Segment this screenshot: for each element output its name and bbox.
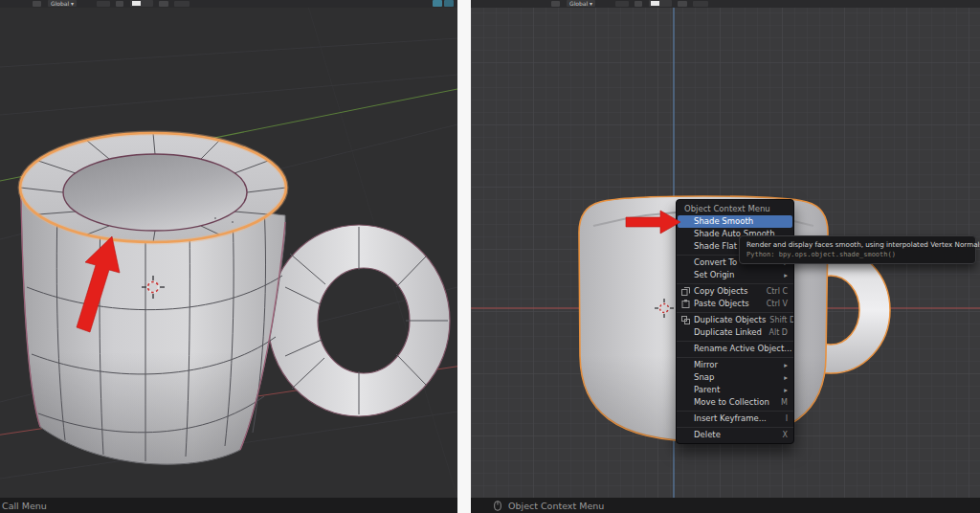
proportional-edit-dropdown[interactable]	[649, 0, 672, 7]
left-3d-scene[interactable]	[0, 0, 457, 498]
menu-item-set-origin[interactable]: Set Origin ▸	[677, 269, 793, 281]
orientation-label: Global	[569, 0, 588, 7]
header-icon-b[interactable]	[174, 1, 189, 7]
menu-separator	[677, 357, 793, 358]
transform-gizmo-icon[interactable]	[551, 1, 560, 7]
transform-gizmo-icon[interactable]	[33, 1, 41, 7]
submenu-arrow-icon: ▸	[780, 384, 788, 396]
right-viewport-header: Global ▾	[471, 0, 980, 8]
menu-item-move-to-collection[interactable]: Move to Collection M	[677, 396, 793, 409]
menu-item-rename-active-object[interactable]: Rename Active Object... F2	[677, 343, 793, 355]
snap-magnet-icon[interactable]	[116, 1, 123, 7]
menu-item-duplicate-linked[interactable]: Duplicate Linked Alt D	[677, 326, 793, 339]
proportional-edit-dropdown[interactable]	[130, 0, 153, 7]
header-icon-b[interactable]	[693, 1, 708, 7]
tooltip-description: Render and display faces smooth, using i…	[746, 240, 969, 249]
context-menu-title: Object Context Menu	[677, 202, 793, 215]
header-icon-a[interactable]	[678, 1, 687, 7]
screenshot-root: Global ▾	[0, 0, 980, 513]
snap-magnet-icon[interactable]	[635, 1, 642, 7]
white-swatch	[651, 1, 659, 6]
chevron-down-icon: ▾	[590, 0, 592, 7]
menu-separator	[677, 283, 793, 284]
menu-separator	[677, 341, 793, 342]
duplicate-icon	[681, 316, 690, 324]
viewport-shading-icon[interactable]	[433, 0, 442, 7]
menu-item-duplicate-objects[interactable]: Duplicate Objects Shift D	[677, 314, 793, 326]
left-viewport-panel: Global ▾	[0, 0, 457, 513]
right-viewport-panel: Global ▾	[471, 0, 980, 513]
menu-item-snap[interactable]: Snap ▸	[677, 371, 793, 384]
menu-item-shade-smooth[interactable]: Shade Smooth	[678, 215, 792, 228]
left-status-text: Call Menu	[2, 501, 47, 511]
copy-icon	[681, 287, 690, 296]
tooltip-python-line: Python: bpy.ops.object.shade_smooth()	[746, 251, 969, 259]
viewport-overlay-icon[interactable]	[444, 0, 454, 7]
submenu-arrow-icon: ▸	[780, 359, 788, 371]
panel-divider	[457, 0, 471, 513]
mug-rim	[20, 133, 286, 242]
menu-separator	[677, 312, 793, 313]
paste-icon	[681, 300, 690, 308]
left-viewport-header: Global ▾	[0, 0, 457, 8]
pivot-dropdown[interactable]	[97, 1, 110, 7]
menu-item-delete[interactable]: Delete X	[677, 429, 793, 441]
header-icon-a[interactable]	[159, 1, 168, 7]
shade-smooth-tooltip: Render and display faces smooth, using i…	[739, 235, 976, 264]
submenu-arrow-icon: ▸	[780, 269, 788, 281]
menu-item-paste-objects[interactable]: Paste Objects Ctrl V	[677, 298, 793, 310]
orientation-dropdown[interactable]: Global ▾	[48, 0, 77, 7]
orientation-dropdown[interactable]: Global ▾	[567, 0, 595, 7]
menu-item-copy-objects[interactable]: Copy Objects Ctrl C	[677, 285, 793, 298]
menu-item-insert-keyframe[interactable]: Insert Keyframe... I	[677, 413, 793, 425]
menu-separator	[677, 427, 793, 428]
left-status-bar: Call Menu	[0, 498, 457, 513]
right-status-bar: Object Context Menu	[471, 498, 980, 513]
white-swatch	[132, 1, 141, 6]
chevron-down-icon: ▾	[71, 0, 74, 7]
orientation-label: Global	[51, 0, 69, 7]
menu-item-mirror[interactable]: Mirror ▸	[677, 359, 793, 371]
menu-item-parent[interactable]: Parent ▸	[677, 384, 793, 396]
mouse-icon	[494, 501, 501, 511]
menu-separator	[677, 411, 793, 412]
pivot-dropdown[interactable]	[615, 1, 629, 7]
submenu-arrow-icon: ▸	[780, 371, 788, 384]
right-status-text: Object Context Menu	[508, 501, 604, 511]
